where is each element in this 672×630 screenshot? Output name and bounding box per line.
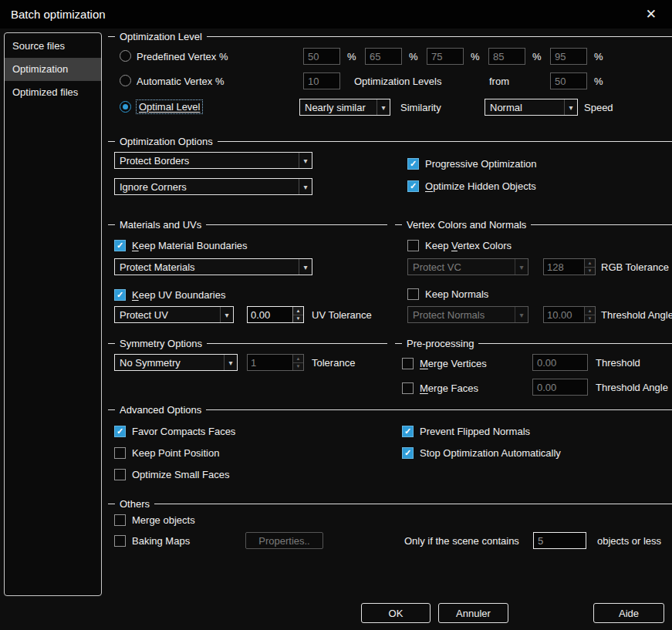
check-icon: ✓ [117, 291, 123, 299]
optimization-levels-label: Optimization Levels [354, 76, 441, 87]
percent-label: % [532, 51, 542, 62]
scene-contains-input[interactable] [533, 532, 586, 549]
keep-normals-checkbox[interactable]: ✓ Keep Normals [407, 288, 488, 300]
speed-dropdown[interactable]: Normal ▾ [485, 99, 578, 116]
optimal-level-radio[interactable] [120, 101, 131, 113]
close-icon[interactable]: ✕ [641, 6, 661, 22]
keep-material-boundaries-checkbox[interactable]: ✓ Keep Material Boundaries [114, 239, 248, 251]
keep-vertex-colors-checkbox[interactable]: ✓ Keep Vertex Colors [407, 239, 512, 251]
keep-uv-boundaries-checkbox[interactable]: ✓ Keep UV Boundaries [114, 288, 225, 301]
group-advanced-options: Advanced Options [108, 404, 672, 415]
properties-button: Properties.. [245, 532, 323, 549]
chevron-down-icon: ▾ [299, 259, 312, 275]
predefined-value-2-input [365, 48, 402, 65]
chevron-down-icon: ▾ [224, 355, 237, 370]
check-icon: ✓ [404, 449, 411, 457]
ignore-corners-dropdown[interactable]: Ignore Corners ▾ [114, 178, 312, 195]
automatic-vertex-label: Automatic Vertex % [137, 76, 224, 87]
optimize-small-faces-checkbox[interactable]: ✓ Optimize Small Faces [114, 468, 229, 480]
sidebar-item-optimized-files[interactable]: Optimized files [5, 81, 101, 104]
speed-label: Speed [584, 102, 613, 113]
predefined-vertex-label: Predefined Vertex % [137, 51, 228, 62]
merge-faces-threshold-label: Threshold Angle [596, 382, 668, 393]
threshold-angle-input [544, 307, 584, 322]
uv-tolerance-input[interactable] [248, 307, 292, 322]
symmetry-tolerance-spinner: ▲▼ [247, 354, 304, 371]
group-symmetry-options: Symmetry Options [108, 338, 387, 349]
automatic-vertex-radio[interactable] [120, 75, 131, 86]
batch-optimization-dialog: Batch optimization ✕ Source files Optimi… [0, 0, 672, 630]
protect-uv-dropdown[interactable]: Protect UV ▾ [114, 306, 234, 323]
merge-vertices-threshold-input [532, 354, 588, 371]
check-icon: ✓ [410, 182, 417, 190]
progressive-optimization-checkbox[interactable]: ✓ Progressive Optimization [407, 157, 537, 170]
similarity-label: Similarity [400, 102, 441, 113]
group-title: Pre-processing [407, 338, 474, 349]
help-button[interactable]: Aide [593, 603, 664, 623]
group-others: Others [108, 498, 672, 509]
group-title: Others [120, 498, 150, 510]
symmetry-dropdown[interactable]: No Symmetry ▾ [114, 354, 238, 371]
group-pre-processing: Pre-processing [395, 338, 672, 349]
merge-faces-checkbox[interactable]: ✓ Merge Faces [402, 382, 478, 394]
group-title: Advanced Options [120, 404, 201, 416]
rgb-tolerance-input [544, 259, 584, 275]
rgb-tolerance-spinner: ▲▼ [543, 258, 596, 275]
from-label: from [489, 76, 509, 87]
spin-up-icon: ▲ [585, 307, 595, 315]
ignore-corners-value: Ignore Corners [120, 181, 187, 193]
stop-optimization-automatically-checkbox[interactable]: ✓ Stop Optimization Automatically [402, 446, 561, 459]
protect-borders-dropdown[interactable]: Protect Borders ▾ [114, 152, 312, 169]
group-materials-uvs: Materials and UVs [108, 219, 387, 230]
baking-maps-checkbox[interactable]: ✓ Baking Maps [114, 534, 190, 547]
symmetry-tolerance-label: Tolerance [312, 357, 355, 369]
protect-materials-dropdown[interactable]: Protect Materials ▾ [114, 258, 312, 275]
prevent-flipped-normals-checkbox[interactable]: ✓ Prevent Flipped Normals [402, 425, 530, 437]
spin-down-icon: ▼ [585, 268, 595, 275]
check-icon: ✓ [404, 427, 411, 436]
protect-vc-dropdown: Protect VC ▾ [407, 258, 528, 275]
group-vertex-colors-normals: Vertex Colors and Normals [395, 219, 672, 230]
sidebar: Source files Optimization Optimized file… [4, 32, 102, 596]
sidebar-item-optimization[interactable]: Optimization [5, 58, 101, 81]
speed-value: Normal [490, 102, 522, 113]
predefined-value-5-input [550, 48, 587, 65]
keep-point-position-checkbox[interactable]: ✓ Keep Point Position [114, 446, 219, 459]
optimal-level-label[interactable]: Optimal Level [137, 101, 201, 113]
group-title: Optimization Options [120, 136, 213, 147]
spin-up-icon: ▲ [585, 259, 595, 268]
similarity-dropdown[interactable]: Nearly similar ▾ [299, 99, 390, 116]
chevron-down-icon: ▾ [515, 259, 528, 275]
ok-button[interactable]: OK [361, 603, 431, 623]
chevron-down-icon: ▾ [220, 307, 233, 322]
percent-label: % [347, 51, 356, 62]
check-icon: ✓ [410, 160, 417, 168]
chevron-down-icon: ▾ [299, 153, 312, 168]
favor-compacts-faces-checkbox[interactable]: ✓ Favor Compacts Faces [114, 425, 235, 437]
spin-down-icon: ▼ [293, 363, 303, 371]
protect-borders-value: Protect Borders [120, 155, 189, 167]
sidebar-item-source-files[interactable]: Source files [5, 35, 101, 58]
optimize-hidden-objects-checkbox[interactable]: ✓ Optimize Hidden Objects [407, 180, 536, 192]
protect-materials-value: Protect Materials [120, 261, 195, 273]
symmetry-tolerance-input [248, 355, 292, 370]
rgb-tolerance-label: RGB Tolerance [601, 261, 669, 273]
predefined-vertex-radio[interactable] [120, 50, 131, 62]
percent-label: % [409, 51, 418, 62]
chevron-down-icon: ▾ [377, 99, 390, 115]
percent-label: % [594, 76, 603, 87]
spin-up-icon[interactable]: ▲ [293, 307, 303, 315]
scene-contains-label: Only if the scene contains [404, 535, 519, 547]
percent-label: % [594, 51, 603, 62]
group-optimization-level: Optimization Level [108, 31, 672, 42]
group-title: Materials and UVs [120, 219, 201, 231]
protect-normals-dropdown: Protect Normals ▾ [407, 306, 528, 323]
optimization-levels-input [303, 72, 340, 89]
check-icon: ✓ [117, 427, 123, 436]
spin-down-icon[interactable]: ▼ [293, 315, 303, 323]
merge-vertices-checkbox[interactable]: ✓ Merge Vertices [402, 357, 487, 369]
cancel-button[interactable]: Annuler [438, 603, 508, 623]
threshold-angle-label: Threshold Angle [601, 309, 672, 321]
merge-vertices-threshold-label: Threshold [596, 357, 640, 369]
merge-objects-checkbox[interactable]: ✓ Merge objects [114, 514, 195, 526]
